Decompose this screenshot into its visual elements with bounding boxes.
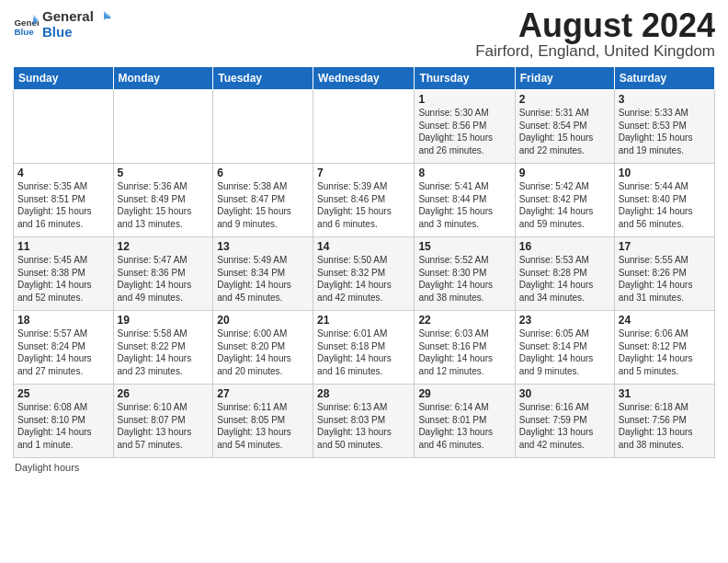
day-number: 2 bbox=[519, 93, 610, 106]
col-monday: Monday bbox=[113, 67, 213, 90]
calendar-body: 1Sunrise: 5:30 AM Sunset: 8:56 PM Daylig… bbox=[14, 90, 715, 458]
day-info: Sunrise: 6:00 AM Sunset: 8:20 PM Dayligh… bbox=[217, 327, 309, 377]
calendar-week-row: 25Sunrise: 6:08 AM Sunset: 8:10 PM Dayli… bbox=[14, 385, 715, 458]
calendar-cell: 22Sunrise: 6:03 AM Sunset: 8:16 PM Dayli… bbox=[415, 311, 515, 385]
calendar-header-row: Sunday Monday Tuesday Wednesday Thursday… bbox=[14, 67, 715, 90]
day-number: 28 bbox=[317, 387, 410, 400]
day-info: Sunrise: 5:50 AM Sunset: 8:32 PM Dayligh… bbox=[317, 254, 410, 304]
day-number: 3 bbox=[619, 93, 711, 106]
col-tuesday: Tuesday bbox=[213, 67, 313, 90]
page-title: August 2024 bbox=[475, 9, 715, 42]
calendar-cell bbox=[14, 90, 114, 164]
calendar-cell: 29Sunrise: 6:14 AM Sunset: 8:01 PM Dayli… bbox=[415, 385, 515, 458]
calendar-cell: 8Sunrise: 5:41 AM Sunset: 8:44 PM Daylig… bbox=[415, 164, 515, 237]
calendar-cell: 18Sunrise: 5:57 AM Sunset: 8:24 PM Dayli… bbox=[14, 311, 114, 385]
day-number: 4 bbox=[17, 167, 109, 179]
col-friday: Friday bbox=[515, 67, 614, 90]
day-number: 30 bbox=[519, 387, 610, 400]
day-info: Sunrise: 5:45 AM Sunset: 8:38 PM Dayligh… bbox=[17, 254, 109, 304]
day-number: 25 bbox=[17, 387, 109, 400]
day-info: Sunrise: 5:44 AM Sunset: 8:40 PM Dayligh… bbox=[619, 180, 711, 230]
calendar-cell: 5Sunrise: 5:36 AM Sunset: 8:49 PM Daylig… bbox=[113, 164, 213, 237]
calendar-cell: 28Sunrise: 6:13 AM Sunset: 8:03 PM Dayli… bbox=[313, 385, 415, 458]
calendar-cell: 10Sunrise: 5:44 AM Sunset: 8:40 PM Dayli… bbox=[614, 164, 714, 237]
day-info: Sunrise: 6:14 AM Sunset: 8:01 PM Dayligh… bbox=[418, 401, 510, 451]
day-info: Sunrise: 6:05 AM Sunset: 8:14 PM Dayligh… bbox=[519, 327, 610, 377]
day-number: 10 bbox=[619, 167, 711, 179]
day-number: 12 bbox=[118, 240, 210, 253]
day-info: Sunrise: 5:47 AM Sunset: 8:36 PM Dayligh… bbox=[118, 254, 210, 304]
daylight-hours-label: Daylight hours bbox=[15, 462, 79, 473]
calendar-cell: 20Sunrise: 6:00 AM Sunset: 8:20 PM Dayli… bbox=[213, 311, 313, 385]
calendar-cell: 11Sunrise: 5:45 AM Sunset: 8:38 PM Dayli… bbox=[14, 237, 114, 311]
day-number: 9 bbox=[519, 167, 610, 179]
day-number: 24 bbox=[619, 314, 711, 327]
day-info: Sunrise: 5:35 AM Sunset: 8:51 PM Dayligh… bbox=[17, 180, 109, 230]
day-number: 13 bbox=[217, 240, 309, 253]
calendar-cell: 19Sunrise: 5:58 AM Sunset: 8:22 PM Dayli… bbox=[113, 311, 213, 385]
calendar-cell: 21Sunrise: 6:01 AM Sunset: 8:18 PM Dayli… bbox=[313, 311, 415, 385]
day-info: Sunrise: 5:30 AM Sunset: 8:56 PM Dayligh… bbox=[418, 107, 510, 156]
day-info: Sunrise: 6:11 AM Sunset: 8:05 PM Dayligh… bbox=[217, 401, 309, 451]
calendar-week-row: 18Sunrise: 5:57 AM Sunset: 8:24 PM Dayli… bbox=[14, 311, 715, 385]
day-number: 23 bbox=[519, 314, 610, 327]
day-info: Sunrise: 5:39 AM Sunset: 8:46 PM Dayligh… bbox=[317, 180, 410, 230]
calendar-cell: 14Sunrise: 5:50 AM Sunset: 8:32 PM Dayli… bbox=[313, 237, 415, 311]
calendar-cell bbox=[213, 90, 313, 164]
day-number: 17 bbox=[619, 240, 711, 253]
calendar-cell bbox=[313, 90, 415, 164]
day-info: Sunrise: 5:57 AM Sunset: 8:24 PM Dayligh… bbox=[17, 327, 109, 377]
calendar-cell: 7Sunrise: 5:39 AM Sunset: 8:46 PM Daylig… bbox=[313, 164, 415, 237]
calendar-cell: 26Sunrise: 6:10 AM Sunset: 8:07 PM Dayli… bbox=[113, 385, 213, 458]
calendar-cell: 4Sunrise: 5:35 AM Sunset: 8:51 PM Daylig… bbox=[14, 164, 114, 237]
day-number: 20 bbox=[217, 314, 309, 327]
day-number: 5 bbox=[118, 167, 210, 179]
calendar-cell: 1Sunrise: 5:30 AM Sunset: 8:56 PM Daylig… bbox=[415, 90, 515, 164]
calendar-table: Sunday Monday Tuesday Wednesday Thursday… bbox=[13, 66, 715, 458]
logo-icon: General Blue bbox=[13, 12, 39, 38]
calendar-cell: 31Sunrise: 6:18 AM Sunset: 7:56 PM Dayli… bbox=[614, 385, 714, 458]
day-info: Sunrise: 5:49 AM Sunset: 8:34 PM Dayligh… bbox=[217, 254, 309, 304]
day-info: Sunrise: 6:01 AM Sunset: 8:18 PM Dayligh… bbox=[317, 327, 410, 377]
day-info: Sunrise: 5:52 AM Sunset: 8:30 PM Dayligh… bbox=[418, 254, 510, 304]
logo-bird-icon bbox=[95, 11, 111, 24]
day-info: Sunrise: 5:53 AM Sunset: 8:28 PM Dayligh… bbox=[519, 254, 610, 304]
day-number: 14 bbox=[317, 240, 410, 253]
page-container: General Blue General Blue August 2024 Fa… bbox=[0, 0, 728, 478]
day-number: 31 bbox=[619, 387, 711, 400]
logo: General Blue General Blue bbox=[13, 9, 111, 40]
col-sunday: Sunday bbox=[14, 67, 114, 90]
day-info: Sunrise: 6:13 AM Sunset: 8:03 PM Dayligh… bbox=[317, 401, 410, 451]
day-info: Sunrise: 5:42 AM Sunset: 8:42 PM Dayligh… bbox=[519, 180, 610, 230]
day-info: Sunrise: 5:31 AM Sunset: 8:54 PM Dayligh… bbox=[519, 107, 610, 156]
day-number: 11 bbox=[17, 240, 109, 253]
calendar-cell: 17Sunrise: 5:55 AM Sunset: 8:26 PM Dayli… bbox=[614, 237, 714, 311]
day-number: 8 bbox=[418, 167, 510, 179]
page-subtitle: Fairford, England, United Kingdom bbox=[475, 42, 715, 61]
calendar-cell: 2Sunrise: 5:31 AM Sunset: 8:54 PM Daylig… bbox=[515, 90, 614, 164]
day-number: 6 bbox=[217, 167, 309, 179]
day-number: 18 bbox=[17, 314, 109, 327]
calendar-week-row: 1Sunrise: 5:30 AM Sunset: 8:56 PM Daylig… bbox=[14, 90, 715, 164]
calendar-cell: 24Sunrise: 6:06 AM Sunset: 8:12 PM Dayli… bbox=[614, 311, 714, 385]
calendar-cell bbox=[113, 90, 213, 164]
calendar-cell: 9Sunrise: 5:42 AM Sunset: 8:42 PM Daylig… bbox=[515, 164, 614, 237]
header: General Blue General Blue August 2024 Fa… bbox=[13, 9, 715, 61]
calendar-cell: 25Sunrise: 6:08 AM Sunset: 8:10 PM Dayli… bbox=[14, 385, 114, 458]
logo-blue: Blue bbox=[42, 25, 111, 40]
day-info: Sunrise: 5:38 AM Sunset: 8:47 PM Dayligh… bbox=[217, 180, 309, 230]
col-thursday: Thursday bbox=[415, 67, 515, 90]
col-wednesday: Wednesday bbox=[313, 67, 415, 90]
calendar-cell: 3Sunrise: 5:33 AM Sunset: 8:53 PM Daylig… bbox=[614, 90, 714, 164]
day-number: 22 bbox=[418, 314, 510, 327]
day-info: Sunrise: 6:10 AM Sunset: 8:07 PM Dayligh… bbox=[118, 401, 210, 451]
footer-note: Daylight hours bbox=[13, 462, 715, 473]
day-info: Sunrise: 5:41 AM Sunset: 8:44 PM Dayligh… bbox=[418, 180, 510, 230]
logo-general: General bbox=[42, 9, 111, 25]
day-number: 29 bbox=[418, 387, 510, 400]
day-info: Sunrise: 5:33 AM Sunset: 8:53 PM Dayligh… bbox=[619, 107, 711, 156]
day-number: 1 bbox=[418, 93, 510, 106]
day-info: Sunrise: 5:58 AM Sunset: 8:22 PM Dayligh… bbox=[118, 327, 210, 377]
svg-marker-5 bbox=[104, 11, 111, 20]
day-info: Sunrise: 6:08 AM Sunset: 8:10 PM Dayligh… bbox=[17, 401, 109, 451]
